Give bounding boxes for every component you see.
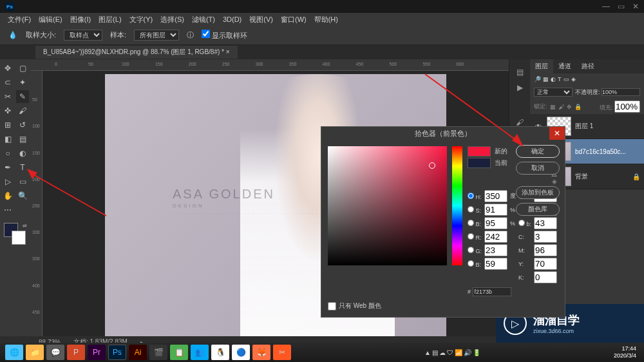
rgb-r-radio[interactable]: R: — [468, 233, 482, 241]
lab-b-input[interactable] — [534, 217, 557, 229]
lock-paint-icon[interactable]: 🖌 — [558, 104, 564, 110]
hsb-h-input[interactable] — [484, 190, 507, 202]
hsb-b-radio[interactable]: B: — [468, 220, 482, 227]
taskbar-app-social[interactable]: 👥 — [191, 345, 209, 360]
magic-wand-tool[interactable]: ✦ — [16, 76, 29, 89]
cmyk-c-input[interactable] — [534, 231, 557, 243]
taskbar-app-firefox[interactable]: 🦊 — [252, 345, 270, 360]
rgb-g-radio[interactable]: G: — [468, 247, 482, 254]
rgb-b-input[interactable] — [484, 258, 507, 270]
lock-position-icon[interactable]: ✥ — [567, 104, 572, 110]
blur-tool[interactable]: ○ — [1, 147, 14, 160]
web-colors-checkbox[interactable]: 只有 Web 颜色 — [328, 301, 557, 310]
pen-tool[interactable]: ✒ — [1, 161, 14, 174]
rgb-r-input[interactable] — [484, 231, 507, 243]
filter-shape-icon[interactable]: ▭ — [564, 76, 569, 82]
taskbar-app-premiere[interactable]: Pr — [88, 345, 106, 360]
system-tray[interactable]: ▲▤☁🛡📶🔊🔋 — [424, 349, 480, 356]
cmyk-k-input[interactable] — [534, 271, 557, 283]
taskbar-app-browser[interactable]: 🌐 — [5, 345, 23, 360]
filter-pixel-icon[interactable]: ▦ — [543, 76, 549, 82]
eyedropper-icon[interactable]: 💧 — [8, 30, 18, 41]
tab-channels[interactable]: 通道 — [553, 59, 576, 73]
color-libraries-button[interactable]: 颜色库 — [516, 203, 560, 216]
path-tool[interactable]: ▷ — [1, 175, 14, 188]
gradient-tool[interactable]: ▤ — [16, 133, 29, 146]
brush-tool[interactable]: 🖌 — [16, 104, 29, 117]
sample-size-select[interactable]: 取样点 — [64, 30, 102, 41]
background-color-swatch[interactable] — [12, 231, 26, 245]
minimize-icon[interactable]: — — [602, 2, 610, 11]
menu-type[interactable]: 文字(Y) — [127, 14, 156, 26]
eraser-tool[interactable]: ◧ — [1, 133, 14, 146]
menu-3d[interactable]: 3D(D) — [220, 14, 244, 24]
shape-tool[interactable]: ▭ — [16, 175, 29, 188]
color-field[interactable] — [328, 146, 447, 265]
filter-type-icon[interactable]: T — [558, 76, 562, 82]
hex-input[interactable] — [473, 287, 511, 296]
menu-filter[interactable]: 滤镜(T) — [189, 14, 218, 26]
menu-select[interactable]: 选择(S) — [158, 14, 187, 26]
swap-colors-icon[interactable]: ⇄ — [23, 223, 27, 229]
taskbar-app-notes[interactable]: 📋 — [170, 345, 188, 360]
taskbar-app-explorer[interactable]: 📁 — [26, 345, 44, 360]
taskbar-app-chrome[interactable]: 🔵 — [232, 345, 250, 360]
tab-paths[interactable]: 路径 — [576, 59, 600, 73]
menu-image[interactable]: 图像(I) — [68, 14, 93, 26]
menu-window[interactable]: 窗口(W) — [278, 14, 309, 26]
ok-button[interactable]: 确定 — [516, 145, 560, 158]
more-tools[interactable]: ⋯ — [1, 204, 14, 216]
lasso-tool[interactable]: ⊂ — [1, 76, 14, 89]
taskbar-app-illustrator[interactable]: Ai — [129, 345, 147, 360]
cmyk-m-input[interactable] — [534, 244, 557, 256]
blend-mode-select[interactable]: 正常 — [534, 88, 573, 97]
hand-tool[interactable]: ✋ — [1, 189, 14, 202]
current-color-swatch[interactable] — [468, 158, 491, 168]
cmyk-y-input[interactable] — [534, 258, 557, 270]
filter-smart-icon[interactable]: ◈ — [571, 76, 576, 82]
filter-adjust-icon[interactable]: ◐ — [551, 76, 556, 82]
dodge-tool[interactable]: ◐ — [16, 147, 29, 160]
menu-file[interactable]: 文件(F) — [5, 14, 33, 26]
hue-slider[interactable] — [452, 146, 462, 265]
lock-all-icon[interactable]: 🔒 — [574, 104, 582, 110]
healing-tool[interactable]: ✜ — [1, 104, 14, 117]
tab-layers[interactable]: 图层 — [530, 59, 553, 73]
taskbar-app-qq[interactable]: 🐧 — [211, 345, 229, 360]
show-ring-checkbox[interactable]: 显示取样环 — [202, 30, 247, 41]
menu-view[interactable]: 视图(V) — [247, 14, 276, 26]
hsb-s-radio[interactable]: S: — [468, 206, 482, 214]
marquee-tool[interactable]: ▢ — [16, 62, 29, 75]
cancel-button[interactable]: 取消 — [516, 162, 560, 175]
tab-close-icon[interactable]: × — [226, 48, 230, 55]
taskbar-app-powerpoint[interactable]: P — [67, 345, 85, 360]
rgb-b-radio[interactable]: B: — [468, 260, 482, 268]
taskbar-app-video[interactable]: 🎬 — [149, 345, 167, 360]
taskbar-app-photoshop[interactable]: Ps — [108, 345, 126, 360]
type-tool[interactable]: T — [16, 161, 29, 174]
hsb-h-radio[interactable]: H: — [468, 193, 482, 200]
menu-layer[interactable]: 图层(L) — [96, 14, 124, 26]
zoom-tool[interactable]: 🔍 — [16, 189, 29, 202]
close-button[interactable]: ✕ — [549, 127, 565, 140]
hsb-s-input[interactable] — [484, 204, 507, 216]
sample-select[interactable]: 所有图层 — [134, 30, 179, 41]
eyedropper-tool[interactable]: ✎ — [16, 90, 29, 103]
close-icon[interactable]: ✕ — [632, 2, 639, 11]
taskbar-clock[interactable]: 17:44 2020/3/4 — [614, 345, 639, 359]
clone-tool[interactable]: ⊞ — [1, 119, 14, 131]
rgb-g-input[interactable] — [484, 244, 507, 256]
maximize-icon[interactable]: ▭ — [618, 2, 625, 11]
fill-input[interactable] — [614, 100, 640, 113]
move-tool[interactable]: ✥ — [1, 62, 14, 75]
hsb-b-input[interactable] — [484, 217, 507, 229]
menu-edit[interactable]: 编辑(E) — [36, 14, 65, 26]
lab-b-radio[interactable]: b: — [518, 220, 531, 227]
lock-transparency-icon[interactable]: ▦ — [550, 104, 556, 110]
menu-help[interactable]: 帮助(H) — [312, 14, 341, 26]
add-swatch-button[interactable]: 添加到色板 — [516, 186, 560, 199]
crop-tool[interactable]: ✂ — [1, 90, 14, 103]
history-brush-tool[interactable]: ↺ — [16, 119, 29, 131]
taskbar-app-snip[interactable]: ✂ — [273, 345, 291, 360]
opacity-input[interactable] — [601, 88, 640, 96]
